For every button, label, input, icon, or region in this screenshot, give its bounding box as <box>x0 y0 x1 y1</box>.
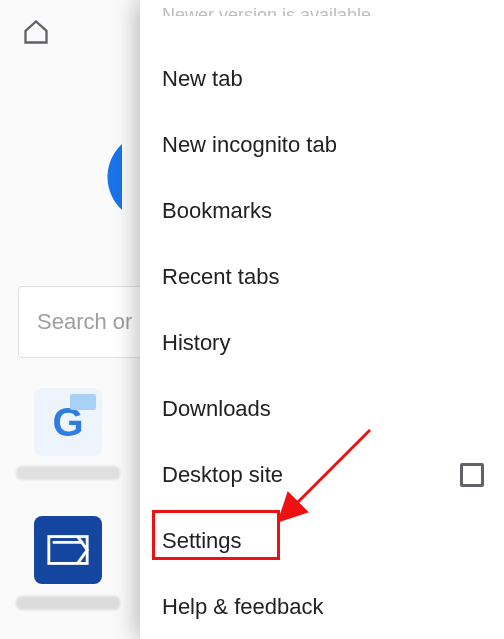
menu-item-new-tab[interactable]: New tab <box>140 46 504 112</box>
search-placeholder: Search or <box>37 309 132 335</box>
menu-item-desktop-site[interactable]: Desktop site <box>140 442 504 508</box>
site-shortcut-2[interactable] <box>34 516 102 584</box>
menu-item-new-incognito-tab[interactable]: New incognito tab <box>140 112 504 178</box>
menu-item-label: Settings <box>162 528 242 554</box>
menu-item-help-feedback[interactable]: Help & feedback <box>140 574 504 639</box>
site-shortcut-1[interactable]: G <box>34 388 102 456</box>
site-shortcut-1-letter: G <box>52 400 83 445</box>
update-banner[interactable]: Newer version is available <box>140 0 504 16</box>
menu-item-label: Desktop site <box>162 462 283 488</box>
menu-item-label: History <box>162 330 230 356</box>
desktop-site-checkbox[interactable] <box>460 463 484 487</box>
menu-item-label: Bookmarks <box>162 198 272 224</box>
cart-icon <box>45 527 91 573</box>
menu-item-bookmarks[interactable]: Bookmarks <box>140 178 504 244</box>
menu-item-downloads[interactable]: Downloads <box>140 376 504 442</box>
menu-item-recent-tabs[interactable]: Recent tabs <box>140 244 504 310</box>
overflow-menu: Newer version is available New tab New i… <box>140 0 504 639</box>
menu-list: New tab New incognito tab Bookmarks Rece… <box>140 46 504 639</box>
menu-item-history[interactable]: History <box>140 310 504 376</box>
home-icon[interactable] <box>22 18 50 46</box>
menu-item-label: Recent tabs <box>162 264 279 290</box>
site-shortcut-1-label <box>16 466 120 480</box>
menu-item-settings[interactable]: Settings <box>140 508 504 574</box>
menu-item-label: New incognito tab <box>162 132 337 158</box>
menu-item-label: New tab <box>162 66 243 92</box>
site-shortcut-2-label <box>16 596 120 610</box>
menu-item-label: Help & feedback <box>162 594 323 620</box>
menu-item-label: Downloads <box>162 396 271 422</box>
